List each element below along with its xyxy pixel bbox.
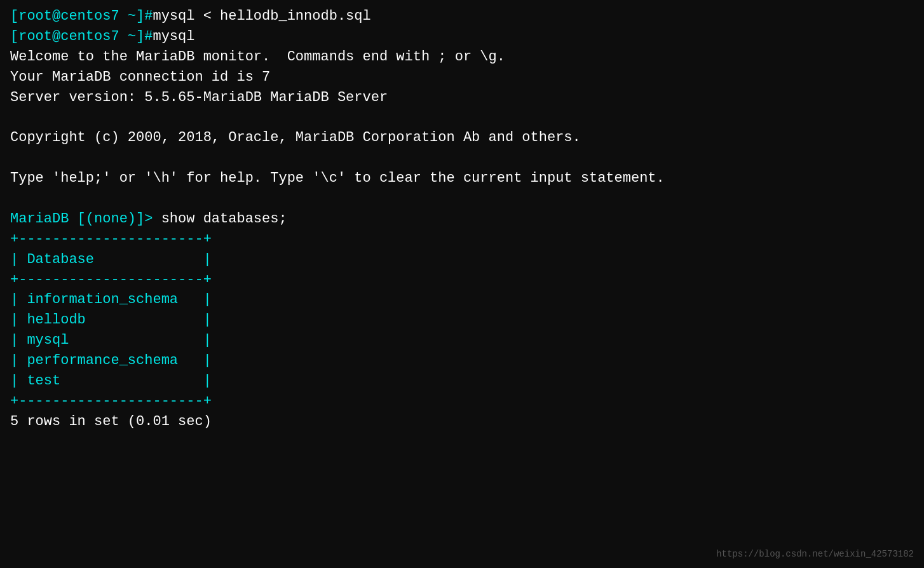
table-row-4: | performance_schema | bbox=[10, 351, 914, 371]
table-header-row: | Database | bbox=[10, 250, 914, 270]
terminal-line-7: Copyright (c) 2000, 2018, Oracle, MariaD… bbox=[10, 128, 914, 148]
prompt-2: [root@centos7 ~]# bbox=[10, 29, 153, 44]
table-row-2: | hellodb | bbox=[10, 310, 914, 330]
table-header-border: +----------------------+ bbox=[10, 270, 914, 290]
cmd-2: mysql bbox=[153, 29, 194, 44]
terminal-line-result: 5 rows in set (0.01 sec) bbox=[10, 412, 914, 432]
terminal-line-1: [root@centos7 ~]#mysql < hellodb_innodb.… bbox=[10, 6, 914, 27]
blank-line-1 bbox=[10, 107, 914, 128]
terminal-line-11: MariaDB [(none)]> show databases; bbox=[10, 209, 914, 229]
watermark: https://blog.csdn.net/weixin_42573182 bbox=[716, 548, 914, 560]
table-border-bottom: +----------------------+ bbox=[10, 391, 914, 412]
table-row-5: | test | bbox=[10, 371, 914, 391]
terminal-line-5: Server version: 5.5.65-MariaDB MariaDB S… bbox=[10, 88, 914, 108]
cmd-1: mysql < hellodb_innodb.sql bbox=[153, 8, 370, 24]
table-border-top: +----------------------+ bbox=[10, 229, 914, 250]
prompt-1: [root@centos7 ~]# bbox=[10, 8, 153, 24]
show-databases-cmd: show databases; bbox=[161, 211, 287, 227]
table-row-3: | mysql | bbox=[10, 330, 914, 351]
blank-line-2 bbox=[10, 148, 914, 168]
mariadb-prompt: MariaDB [(none)]> bbox=[10, 211, 161, 227]
terminal-line-9: Type 'help;' or '\h' for help. Type '\c'… bbox=[10, 168, 914, 189]
terminal-line-3: Welcome to the MariaDB monitor. Commands… bbox=[10, 47, 914, 67]
blank-line-3 bbox=[10, 189, 914, 209]
terminal-line-2: [root@centos7 ~]#mysql bbox=[10, 27, 914, 47]
table-row-1: | information_schema | bbox=[10, 290, 914, 310]
terminal-line-4: Your MariaDB connection id is 7 bbox=[10, 67, 914, 88]
terminal-window: [root@centos7 ~]#mysql < hellodb_innodb.… bbox=[10, 6, 914, 562]
